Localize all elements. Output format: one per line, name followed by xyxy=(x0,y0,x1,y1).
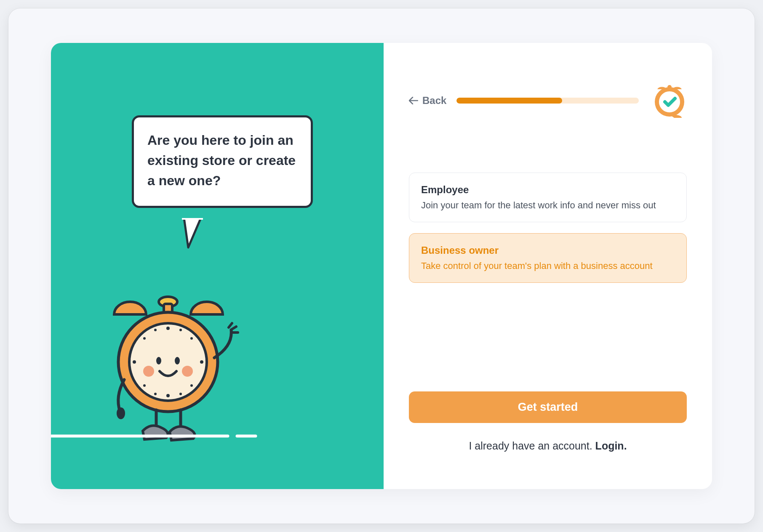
option-desc: Take control of your team's plan with a … xyxy=(421,261,675,271)
ground-line xyxy=(51,434,384,438)
form-panel: Back Employee Join your team for t xyxy=(384,43,712,489)
svg-point-11 xyxy=(190,337,193,340)
svg-point-10 xyxy=(143,337,146,340)
svg-point-16 xyxy=(154,393,157,395)
svg-point-18 xyxy=(156,357,161,364)
role-options: Employee Join your team for the latest w… xyxy=(409,173,687,283)
svg-point-22 xyxy=(117,407,125,419)
svg-point-9 xyxy=(200,360,203,364)
svg-point-6 xyxy=(166,327,170,330)
back-button-label: Back xyxy=(422,95,446,106)
svg-point-12 xyxy=(143,384,146,387)
svg-point-15 xyxy=(179,329,182,331)
arrow-left-icon xyxy=(409,97,418,104)
speech-bubble-text: Are you here to join an existing store o… xyxy=(147,133,296,188)
svg-point-13 xyxy=(190,384,193,387)
app-window: Are you here to join an existing store o… xyxy=(8,8,755,524)
option-title: Employee xyxy=(421,184,675,196)
svg-point-8 xyxy=(133,360,136,364)
option-business-owner[interactable]: Business owner Take control of your team… xyxy=(409,233,687,283)
svg-point-17 xyxy=(179,393,182,395)
speech-bubble-tail xyxy=(180,218,205,252)
clock-mascot-icon xyxy=(97,287,249,455)
app-logo-icon xyxy=(652,83,687,118)
svg-point-5 xyxy=(129,323,207,401)
svg-point-7 xyxy=(166,394,170,397)
option-employee[interactable]: Employee Join your team for the latest w… xyxy=(409,173,687,222)
primary-button-label: Get started xyxy=(518,401,578,413)
progress-bar xyxy=(456,98,639,104)
login-row: I already have an account. Login. xyxy=(469,440,627,452)
get-started-button[interactable]: Get started xyxy=(409,391,687,423)
login-link[interactable]: Login. xyxy=(595,440,627,452)
back-button[interactable]: Back xyxy=(409,95,446,106)
login-prefix: I already have an account. xyxy=(469,440,595,452)
svg-point-19 xyxy=(175,357,180,364)
speech-bubble: Are you here to join an existing store o… xyxy=(132,115,313,208)
svg-point-21 xyxy=(182,366,193,377)
svg-point-20 xyxy=(143,366,154,377)
onboarding-card: Are you here to join an existing store o… xyxy=(51,43,712,489)
option-desc: Join your team for the latest work info … xyxy=(421,200,675,211)
svg-point-14 xyxy=(154,329,157,331)
option-title: Business owner xyxy=(421,245,675,256)
illustration-panel: Are you here to join an existing store o… xyxy=(51,43,384,489)
header-row: Back xyxy=(409,83,687,118)
svg-marker-0 xyxy=(184,218,201,247)
progress-fill xyxy=(456,98,562,104)
svg-rect-1 xyxy=(182,218,203,220)
footer: Get started I already have an account. L… xyxy=(409,391,687,464)
